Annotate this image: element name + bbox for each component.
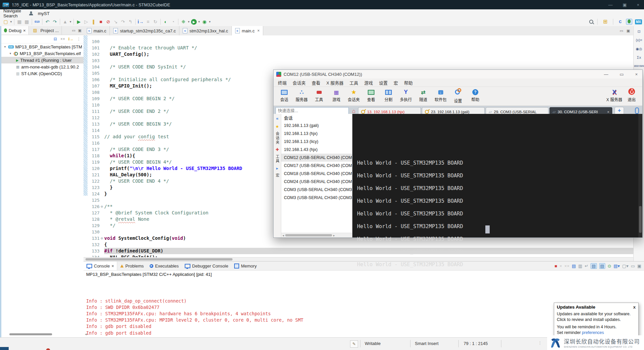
search-icon[interactable] — [589, 20, 593, 24]
menu-item[interactable]: Source — [0, 0, 24, 3]
home-tab-icon[interactable]: ⌂ — [352, 108, 355, 115]
save-all-icon[interactable]: ▩ — [23, 18, 30, 26]
session-item[interactable]: COM24 (USB-SERIAL CH340 (COM24)) — [281, 178, 352, 186]
menu-item[interactable]: 工具 — [346, 79, 361, 86]
profile-icon[interactable]: ◔ — [169, 18, 177, 26]
separator[interactable] — [32, 19, 32, 25]
disconnect-icon[interactable]: ⊘ — [105, 18, 112, 26]
terminal-vscrollbar[interactable] — [638, 114, 642, 237]
resume-icon[interactable]: ▷ — [83, 18, 90, 26]
session-item[interactable]: 192.168.1.13 (gali) — [281, 122, 352, 130]
maximize-view-icon[interactable]: ▣ — [78, 28, 82, 33]
session-item[interactable]: 192.168.1.13 (licy) — [281, 138, 352, 146]
restore-view-icon[interactable]: ⊡ — [637, 29, 640, 33]
step-return-icon[interactable]: ↰ — [127, 18, 134, 26]
menu-item[interactable]: 会话夹 — [290, 79, 309, 86]
debug-tree-project[interactable]: ▾ IDE MP13_BSP_BasicTemplates [STM — [1, 43, 84, 50]
separator[interactable] — [178, 19, 178, 25]
tab-executables[interactable]: ▶ Executables — [147, 261, 182, 270]
minimize-view-icon[interactable]: ▭ — [620, 29, 623, 33]
menu-item[interactable]: X 服务器 — [323, 79, 346, 86]
separator[interactable] — [135, 19, 136, 25]
maximize-icon[interactable]: ▣ — [623, 2, 627, 7]
paperclip-icon[interactable] — [635, 108, 639, 114]
tab-hal[interactable]: c stm32mp13xx_hal.c — [179, 26, 232, 35]
collapse-all-icon[interactable]: ⊟ — [54, 37, 57, 41]
variables-icon[interactable]: (x)= — [636, 38, 642, 42]
session-item[interactable]: COM18 (USB-SERIAL CH340 (COM18)) (3) — [281, 170, 352, 178]
show-threads-icon[interactable]: ≡ — [144, 18, 152, 26]
debug-perspective-icon[interactable] — [626, 19, 632, 25]
run-icon[interactable]: ▶ — [191, 19, 197, 25]
separator[interactable] — [42, 19, 42, 25]
dropdown-caret-icon[interactable]: ▾ — [9, 18, 13, 26]
help-icon[interactable]: 帮助 — [467, 88, 484, 104]
tab-main-c-active[interactable]: c main.c × — [232, 26, 263, 35]
close-icon[interactable]: × — [635, 72, 638, 77]
session-item[interactable]: COM12 (USB-SERIAL CH340 (COM12)) — [281, 154, 352, 162]
redo-icon[interactable]: ↷ — [51, 18, 58, 26]
packages-icon[interactable]: 软件包 — [432, 88, 449, 104]
scroll-thumb[interactable] — [285, 234, 332, 236]
tunnel-icon[interactable]: 隧道 — [415, 88, 432, 104]
preferences-link[interactable]: preferences — [582, 330, 604, 335]
scroll-thumb[interactable] — [639, 206, 642, 233]
servers-icon[interactable]: 服务器 — [293, 88, 310, 104]
close-icon[interactable]: × — [23, 28, 26, 33]
minimize-view-icon[interactable]: ▭ — [72, 28, 75, 33]
save-icon[interactable]: ▦ — [16, 18, 23, 26]
tab-debugger-console[interactable]: Debugger Console — [182, 261, 231, 270]
scroll-left-icon[interactable]: ◂ — [281, 234, 285, 237]
multiexec-icon[interactable]: 多执行 — [397, 88, 415, 104]
tools-icon[interactable]: 工具 — [310, 88, 328, 104]
menu-item[interactable]: 设置 — [376, 79, 390, 86]
restart-icon[interactable]: ↻ — [152, 18, 159, 26]
session-item[interactable]: COM3 (USB-SERIAL CH340 (COM3)) — [281, 186, 352, 194]
debug-icon[interactable]: ❈ — [180, 18, 187, 26]
popup-body[interactable]: Updates are available for your software.… — [554, 311, 638, 336]
tab-startup[interactable]: c startup_stm32mp135c_ca7.c — [110, 26, 179, 35]
close-icon[interactable]: × — [112, 264, 114, 269]
fold-icon[interactable]: ⊖ — [100, 235, 104, 241]
open-perspective-icon[interactable]: ⊞ — [602, 18, 609, 26]
session-item[interactable]: 192.168.1.43 (hjx) — [281, 146, 352, 154]
statusbar-menu-icon[interactable]: ⋮ — [538, 340, 542, 345]
session-item[interactable]: 192.168.1.13 (hjx) — [281, 130, 352, 138]
debug-tree-thread[interactable]: ▶ Thread #1 (Running : User — [1, 57, 84, 63]
session-icon[interactable]: 会话 — [276, 88, 293, 104]
dropdown-caret-icon[interactable]: ▾ — [187, 18, 190, 26]
dropdown-caret-icon[interactable]: ▾ — [208, 18, 211, 26]
tab-project-explorer[interactable]: ▨ Project ... — [29, 26, 62, 35]
strip-macro-label[interactable]: 宏 — [275, 173, 280, 178]
strip-sessions-label[interactable]: 会话夹 — [275, 132, 280, 145]
code-line[interactable]: 100 — [88, 38, 633, 45]
games-icon[interactable]: 游戏 — [328, 88, 345, 104]
tab-problems[interactable]: Problems — [117, 261, 147, 270]
registers-icon[interactable]: 1010 0101 — [634, 64, 644, 68]
debug-panel-hscrollbar[interactable] — [9, 333, 52, 335]
maximize-view-icon[interactable]: ▣ — [627, 29, 630, 33]
close-icon[interactable]: x — [633, 305, 636, 310]
step-into-icon[interactable]: ↘ — [112, 18, 119, 26]
close-icon[interactable]: × — [607, 110, 609, 114]
binary-view-icon[interactable]: 010 — [33, 18, 41, 26]
menu-item[interactable]: 查看 — [309, 79, 323, 86]
exit-icon[interactable]: 退出 — [623, 88, 640, 102]
terminal-screen[interactable]: Hello World - USE_STM32MP135 BOARDHello … — [352, 114, 642, 237]
instruction-pointer-icon[interactable]: i→ — [68, 37, 73, 41]
scroll-right-icon[interactable]: ▸ — [332, 234, 336, 237]
step-over-icon[interactable]: ↷ — [119, 18, 127, 26]
menu-item[interactable]: Navigate — [0, 8, 24, 13]
fold-icon[interactable]: ⊖ — [100, 203, 104, 210]
cpp-perspective-icon[interactable]: C — [617, 19, 623, 24]
close-icon[interactable]: × — [257, 28, 260, 33]
close-icon[interactable]: × — [637, 2, 639, 7]
chevron-down-icon[interactable]: ▾ — [9, 52, 12, 55]
maximize-icon[interactable]: ▭ — [620, 72, 624, 77]
minimize-icon[interactable]: — — [608, 2, 613, 7]
menu-item[interactable]: Refactor — [0, 3, 24, 8]
code-line[interactable]: 102 UART_Config(); — [88, 51, 633, 57]
debug-tree-stlink[interactable]: ▥ ST-LINK (OpenOCD) — [1, 70, 84, 77]
terminate-icon[interactable]: ■ — [97, 18, 105, 26]
dropdown-caret-icon[interactable]: ▾ — [69, 18, 72, 26]
